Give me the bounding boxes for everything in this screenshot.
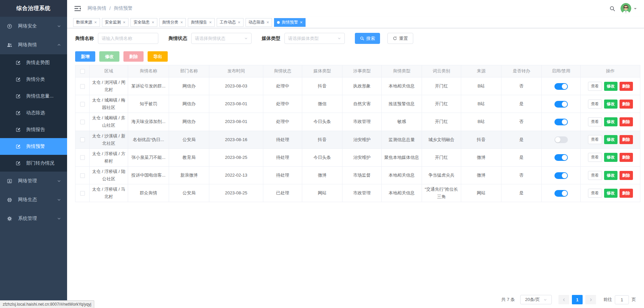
table-row: 太仓 / 城厢镇 / 梅园社区知乎被罚网信办2023-08-01处理中微信自然灾…: [75, 95, 640, 113]
row-checkbox[interactable]: [80, 173, 85, 178]
sidebar-subitem[interactable]: 舆情走势图: [0, 54, 67, 71]
table-row: 太仓 / 浮桥镇 / 马北村群众舆情公安局2023-08-25已处理网站市政管理…: [75, 184, 640, 202]
sidebar-item[interactable]: 网络安全: [0, 17, 67, 36]
breadcrumb-parent[interactable]: 网络舆情: [88, 5, 106, 11]
caret-down-icon[interactable]: [634, 8, 637, 11]
close-icon[interactable]: ×: [238, 20, 240, 24]
goto-page-input[interactable]: [615, 295, 629, 304]
sidebar-item[interactable]: 网络舆情: [0, 36, 67, 54]
edit-row-button[interactable]: 修改: [604, 100, 618, 109]
row-checkbox[interactable]: [80, 155, 85, 160]
tab-item[interactable]: 数据来源×: [73, 18, 100, 27]
delete-row-button[interactable]: 删除: [620, 171, 633, 180]
delete-row-button[interactable]: 删除: [620, 100, 633, 109]
media-select-placeholder: 请选择媒体类型: [288, 36, 319, 42]
cell-enable: [542, 131, 581, 148]
next-page-button[interactable]: [585, 295, 596, 304]
active-tab-dot: [277, 21, 280, 24]
close-icon[interactable]: ×: [152, 20, 154, 24]
sidebar-item-label: 网络安全: [18, 23, 57, 29]
edit-button[interactable]: 修改: [99, 51, 119, 62]
cell-actions: 查看修改删除: [581, 184, 640, 202]
delete-row-button[interactable]: 删除: [620, 189, 633, 198]
delete-row-button[interactable]: 删除: [620, 117, 633, 126]
row-checkbox[interactable]: [80, 120, 85, 124]
sidebar-subitem[interactable]: 舆情信息量...: [0, 88, 67, 105]
status-filter-select[interactable]: 请选择舆情状态: [191, 33, 252, 44]
enable-toggle[interactable]: [554, 190, 568, 197]
delete-row-button[interactable]: 删除: [620, 153, 633, 162]
enable-toggle[interactable]: [554, 101, 568, 108]
edit-row-button[interactable]: 修改: [604, 153, 618, 162]
search-icon[interactable]: [609, 6, 615, 11]
tab-item[interactable]: 安全监测×: [102, 18, 129, 27]
edit-row-button[interactable]: 修改: [604, 117, 618, 126]
name-filter-input[interactable]: [98, 33, 158, 44]
edit-row-button[interactable]: 修改: [604, 135, 618, 144]
view-button[interactable]: 查看: [588, 135, 602, 144]
delete-row-button[interactable]: 删除: [620, 82, 633, 91]
enable-toggle[interactable]: [554, 83, 568, 90]
tab-item[interactable]: 舆情分类×: [159, 18, 186, 27]
toggle-knob: [555, 137, 560, 142]
edit-row-button[interactable]: 修改: [604, 171, 618, 180]
close-icon[interactable]: ×: [267, 20, 269, 24]
cell-type: 推送预警信息: [382, 95, 422, 113]
view-button[interactable]: 查看: [588, 100, 602, 109]
close-icon[interactable]: ×: [123, 20, 126, 24]
view-button[interactable]: 查看: [588, 189, 602, 198]
hamburger-icon[interactable]: [74, 6, 81, 11]
reset-button[interactable]: 重置: [387, 33, 413, 44]
delete-row-button[interactable]: 删除: [620, 135, 633, 144]
table-row: 太仓 / 城厢镇 / 弇山社区海天味业添加剂...网信办2023-08-01处理…: [75, 113, 640, 131]
cell-media: 抖音: [302, 131, 342, 148]
view-button[interactable]: 查看: [588, 153, 602, 162]
select-all-checkbox[interactable]: [80, 69, 85, 74]
search-button[interactable]: 搜索: [355, 33, 380, 44]
sidebar-item[interactable]: 网络生态: [0, 190, 67, 209]
cell-enable: [542, 95, 581, 113]
current-page[interactable]: 1: [572, 295, 583, 304]
tab-item[interactable]: 安全隐患×: [130, 18, 157, 27]
sidebar-subitem[interactable]: 动态筛选: [0, 105, 67, 121]
sidebar-subitem[interactable]: 部门转办情况: [0, 155, 67, 172]
page-size-select[interactable]: 20条/页: [520, 295, 552, 304]
add-button[interactable]: 新增: [75, 51, 95, 62]
prev-page-button[interactable]: [558, 295, 569, 304]
close-icon[interactable]: ×: [300, 20, 303, 24]
view-button[interactable]: 查看: [588, 117, 602, 126]
edit-row-button[interactable]: 修改: [604, 82, 618, 91]
view-button[interactable]: 查看: [588, 171, 602, 180]
table-row: 太仓 / 浮桥镇 / 方桥村张小泉菜刀不能...教育局2023-08-25待处理…: [75, 148, 640, 166]
row-checkbox[interactable]: [80, 84, 85, 89]
pen-square-icon: [15, 144, 23, 149]
row-checkbox[interactable]: [80, 191, 85, 196]
sidebar-subitem[interactable]: 舆情报告: [0, 121, 67, 138]
delete-button[interactable]: 删除: [123, 51, 144, 62]
media-filter-select[interactable]: 请选择媒体类型: [284, 33, 345, 44]
view-button[interactable]: 查看: [588, 82, 602, 91]
sidebar-item[interactable]: 网络管理: [0, 172, 67, 190]
tab-item[interactable]: 舆情报告×: [188, 18, 215, 27]
close-icon[interactable]: ×: [180, 20, 183, 24]
enable-toggle[interactable]: [554, 154, 568, 161]
cell-source: 抖音: [461, 131, 501, 148]
tab-item[interactable]: 动态筛选×: [246, 18, 272, 27]
edit-row-button[interactable]: 修改: [604, 189, 618, 198]
tab-item[interactable]: 工作动态×: [217, 18, 244, 27]
cell-dept: 教育局: [169, 148, 209, 166]
close-icon[interactable]: ×: [209, 20, 212, 24]
enable-toggle[interactable]: [554, 119, 568, 125]
enable-toggle[interactable]: [554, 172, 568, 179]
avatar[interactable]: [621, 3, 631, 14]
row-checkbox[interactable]: [80, 102, 85, 107]
cell-name: 投诉中国电信客...: [128, 166, 169, 184]
enable-toggle[interactable]: [554, 136, 568, 143]
tab-item[interactable]: 舆情预警×: [274, 18, 306, 27]
sidebar-subitem[interactable]: 舆情分类: [0, 71, 67, 88]
sidebar-item[interactable]: 系统管理: [0, 209, 67, 228]
export-button[interactable]: 导出: [148, 51, 168, 62]
row-checkbox[interactable]: [80, 137, 85, 142]
close-icon[interactable]: ×: [94, 20, 97, 24]
sidebar-subitem[interactable]: 舆情预警: [0, 138, 67, 155]
